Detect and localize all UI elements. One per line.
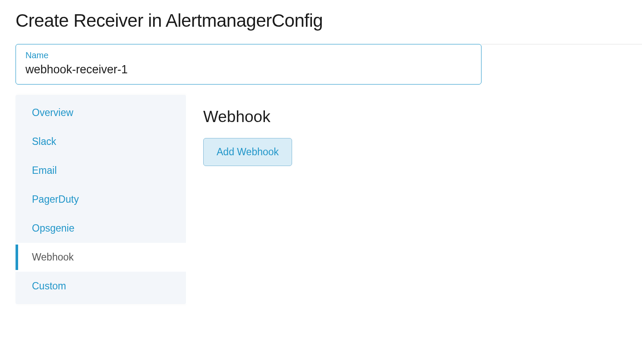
sidebar: Overview Slack Email PagerDuty Opsgenie … (16, 95, 186, 304)
section-title: Webhook (203, 108, 625, 126)
sidebar-item-email[interactable]: Email (16, 156, 186, 185)
name-field-wrapper: Name (16, 44, 482, 85)
add-webhook-button[interactable]: Add Webhook (203, 138, 292, 166)
sidebar-item-overview[interactable]: Overview (16, 98, 186, 127)
sidebar-item-webhook[interactable]: Webhook (16, 243, 186, 272)
sidebar-item-custom[interactable]: Custom (16, 272, 186, 301)
page-title: Create Receiver in AlertmanagerConfig (0, 0, 642, 44)
sidebar-item-opsgenie[interactable]: Opsgenie (16, 214, 186, 243)
name-input[interactable] (25, 63, 472, 76)
sidebar-item-slack[interactable]: Slack (16, 127, 186, 156)
sidebar-item-pagerduty[interactable]: PagerDuty (16, 185, 186, 214)
name-field-label: Name (25, 50, 472, 60)
main-content: Webhook Add Webhook (186, 95, 642, 304)
content-area: Overview Slack Email PagerDuty Opsgenie … (16, 95, 642, 304)
